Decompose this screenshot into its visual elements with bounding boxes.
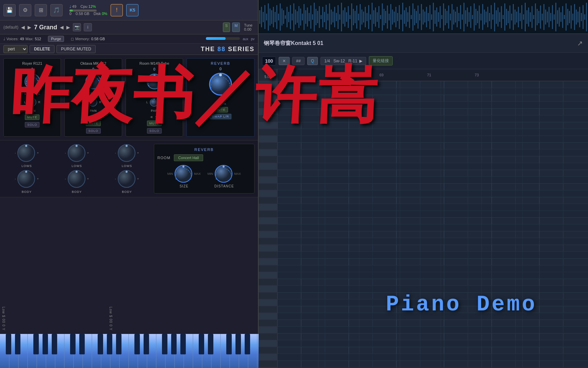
royer-solo[interactable]: SOLO [25,122,39,127]
room-value[interactable]: Concert Hall [174,154,203,161]
next-arrow[interactable]: ▶ [28,25,31,30]
delete-button[interactable]: DELETE [30,45,54,53]
body-plus-2[interactable]: + [87,177,89,181]
body-knob-3[interactable] [117,170,136,188]
info-icon[interactable]: i [84,23,92,31]
svg-rect-250 [547,12,548,22]
mic-channel-room: Room M149 Tube 0 VOLUME L R [126,58,183,137]
oktava-plus9: -c +9 [89,115,98,119]
svg-rect-217 [491,5,492,29]
svg-rect-383 [277,204,588,211]
svg-rect-282 [259,129,277,136]
room-volume-knob[interactable] [146,73,163,90]
alert-icon[interactable]: ! [111,4,123,16]
svg-rect-209 [477,11,478,23]
distance-knob[interactable] [214,165,233,183]
s-button[interactable]: S [223,22,230,32]
svg-rect-153 [382,3,383,31]
svg-rect-135 [351,3,352,31]
royer-mute[interactable]: MUTE [25,114,40,120]
room-pan-knob[interactable] [149,97,159,107]
svg-rect-64 [52,334,57,354]
body-plus-1[interactable]: + [37,177,38,181]
prev-arrow[interactable]: ◀ [21,25,25,30]
size-knob[interactable] [174,165,193,183]
mic-section: Royer R121 0 VOLUME L [0,55,258,140]
quantize-value-btn[interactable]: 1/4 Sw-12 R-11 ▶ [321,57,366,65]
lows-knob-1[interactable] [17,144,35,162]
svg-rect-182 [431,14,432,20]
oktava-volume-knob[interactable] [85,73,101,90]
purge-muted-button[interactable]: PURGE MUTED [56,45,96,53]
oktava-pan-knob[interactable] [88,97,98,107]
size-min: MIN [167,172,173,175]
camera-icon[interactable]: 📷 [73,23,81,31]
lows-plus-2[interactable]: + [87,151,89,155]
ruler-mark-69: 69 [379,73,383,77]
svg-rect-308 [259,306,277,313]
purge-button[interactable]: Purge [48,36,64,42]
lows-knob-3[interactable] [117,144,136,162]
svg-rect-157 [389,14,390,20]
svg-rect-170 [411,15,412,19]
piano-roll[interactable] [259,81,588,368]
roll-grid[interactable] [277,81,588,368]
settings-icon[interactable]: ⚙ [19,4,31,16]
room-solo[interactable]: SOLO [147,128,162,134]
kontakt-icon[interactable]: K5 [126,4,138,16]
lows-minus-2[interactable]: - [65,151,66,155]
royer-volume-knob[interactable] [24,73,40,90]
instrument-next[interactable]: ▶ [66,25,70,30]
room-mute[interactable]: MUTE [147,121,162,126]
midi-icon[interactable]: 🎵 [50,4,63,16]
tune-label: Tune 0.00 [242,22,255,32]
svg-rect-293 [259,204,277,211]
top-bar: 💾 ⚙ ⊞ 🎵 ♩ 49 Cpu 12% 0 0.58 GB Disk 0% [0,0,258,20]
close-btn[interactable]: ✕ [279,57,290,65]
swap-lr-button[interactable]: SWAP L/R [210,114,232,119]
body-knob-2[interactable] [67,170,86,188]
svg-rect-106 [302,14,303,20]
oktava-solo[interactable]: SOLO [86,128,101,134]
svg-rect-375 [277,102,588,108]
svg-rect-306 [259,292,277,299]
svg-rect-70 [134,334,140,354]
instrument-prev[interactable]: ◀ [60,25,64,30]
svg-rect-224 [503,15,504,19]
piano-keyboard[interactable]: // This won't run inside SVG - use stati… [0,334,259,368]
lows-label-1: LOWS [21,164,32,168]
oktava-mute[interactable]: MUTE [86,121,101,126]
body-minus-1[interactable]: - [15,177,16,181]
svg-rect-296 [259,224,277,231]
body-minus-2[interactable]: - [65,177,66,181]
preset-dropdown[interactable]: pert [3,45,28,53]
svg-rect-222 [499,12,500,22]
lows-minus-1[interactable]: - [15,151,16,155]
room-volume-label: VOLUME [146,92,162,95]
reverb-mute[interactable]: MUTE [213,107,228,112]
reverb-plus9: +9 [219,97,222,101]
lows-plus-3[interactable]: + [137,151,139,155]
m-button[interactable]: M [232,22,240,32]
grid-btn[interactable]: ## [292,57,304,65]
royer-pan-knob[interactable] [27,97,37,107]
svg-rect-96 [285,15,286,19]
lows-row-2: - + [65,144,89,162]
body-plus-3[interactable]: + [137,177,139,181]
save-icon[interactable]: 💾 [3,4,16,16]
svg-point-27 [182,166,184,168]
body-knob-1[interactable] [17,170,35,188]
reverb-main-knob[interactable] [209,72,232,96]
lows-minus-3[interactable]: - [115,151,116,155]
lows-plus-1[interactable]: + [37,151,38,155]
body-minus-3[interactable]: - [115,177,116,181]
lows-knob-2[interactable] [67,144,86,162]
tempo-display[interactable]: 100 [262,57,276,65]
svg-rect-116 [319,6,320,28]
svg-rect-316 [259,361,277,367]
oktava-volume-label: VOLUME [85,92,101,95]
layout-icon[interactable]: ⊞ [35,4,47,16]
quantize-link-btn[interactable]: 量化链接 [369,56,393,65]
instrument-header: (default) ◀ ▶ 7 Grand ◀ ▶ 📷 i S M Tune 0… [0,20,258,34]
quantize-btn[interactable]: Q [307,57,318,65]
